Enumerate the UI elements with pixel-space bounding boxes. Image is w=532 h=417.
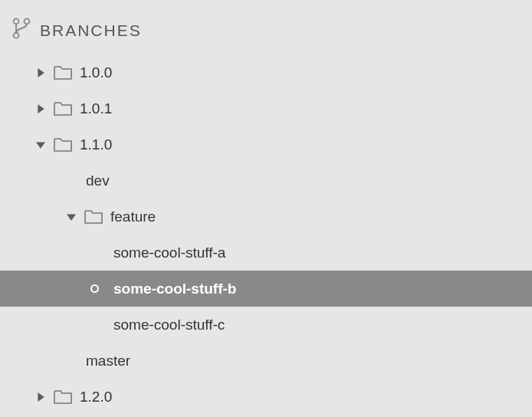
svg-point-2 <box>14 33 19 38</box>
folder-row-1-0-0[interactable]: 1.0.0 <box>0 54 532 90</box>
branch-label: some-cool-stuff-b <box>112 281 236 297</box>
folder-row-feature[interactable]: feature <box>0 199 532 235</box>
branches-title: Branches <box>40 21 142 40</box>
folder-label: feature <box>109 208 156 225</box>
svg-point-0 <box>14 18 19 24</box>
chevron-right-icon[interactable] <box>34 66 48 80</box>
folder-icon <box>54 389 72 405</box>
branch-row-master[interactable]: master <box>0 343 532 379</box>
folder-icon <box>54 65 72 80</box>
folder-label: 1.1.0 <box>78 136 112 153</box>
chevron-right-icon[interactable] <box>34 390 48 404</box>
folder-icon <box>54 137 72 153</box>
folder-label: 1.2.0 <box>78 389 112 406</box>
chevron-down-icon[interactable] <box>64 210 78 224</box>
folder-icon <box>84 209 103 225</box>
current-branch-indicator-icon <box>90 284 99 293</box>
chevron-right-icon[interactable] <box>34 102 48 116</box>
folder-row-1-0-1[interactable]: 1.0.1 <box>0 90 532 126</box>
folder-label: 1.0.1 <box>78 100 112 117</box>
folder-row-1-1-0[interactable]: 1.1.0 <box>0 126 532 163</box>
branch-label: master <box>84 353 130 369</box>
branch-label: some-cool-stuff-a <box>112 245 225 261</box>
branch-row-some-cool-stuff-b[interactable]: some-cool-stuff-b <box>0 271 532 307</box>
branch-row-some-cool-stuff-c[interactable]: some-cool-stuff-c <box>0 307 532 343</box>
branch-label: dev <box>84 172 110 189</box>
branch-row-dev[interactable]: dev <box>0 163 532 199</box>
branch-row-some-cool-stuff-a[interactable]: some-cool-stuff-a <box>0 235 532 271</box>
chevron-down-icon[interactable] <box>34 138 48 152</box>
folder-icon <box>54 101 72 117</box>
folder-label: 1.0.0 <box>78 64 112 81</box>
branch-label: some-cool-stuff-c <box>112 317 225 333</box>
branches-header: Branches <box>0 11 532 54</box>
branch-icon <box>11 17 32 44</box>
svg-point-1 <box>24 18 29 24</box>
folder-row-1-2-0[interactable]: 1.2.0 <box>0 379 532 415</box>
